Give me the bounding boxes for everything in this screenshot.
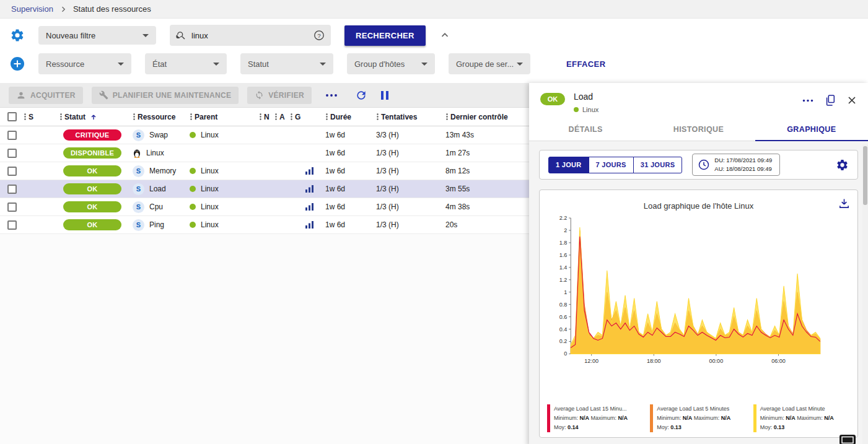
column-header-n[interactable]: N bbox=[259, 113, 274, 121]
add-criteria-button[interactable] bbox=[10, 56, 25, 71]
row-checkbox[interactable] bbox=[7, 167, 17, 176]
graph-cell[interactable] bbox=[305, 203, 325, 211]
scrollbar-thumb[interactable] bbox=[863, 146, 867, 205]
column-header-a[interactable]: A bbox=[274, 113, 290, 121]
column-header-duration[interactable]: Durée bbox=[325, 113, 376, 121]
graph-icon bbox=[305, 167, 313, 175]
table-row[interactable]: OKSMemoryLinux1w 6d1/3 (H)8m 12s bbox=[0, 162, 529, 180]
row-checkbox[interactable] bbox=[7, 202, 17, 212]
filter-preset-select[interactable]: Nouveau filtre bbox=[38, 26, 156, 45]
legend-item[interactable]: Average Load Last MinuteMinimum: N/A Max… bbox=[753, 404, 850, 432]
graph-settings-gear-icon[interactable] bbox=[836, 159, 849, 172]
parent-cell: Linux bbox=[190, 185, 259, 193]
graph-cell[interactable] bbox=[305, 185, 325, 193]
collapse-filters-chevron-up-icon[interactable] bbox=[439, 30, 450, 41]
graph-cell[interactable] bbox=[305, 221, 325, 229]
legend-color-bar bbox=[547, 404, 550, 432]
range-31days-button[interactable]: 31 JOURS bbox=[633, 157, 683, 173]
service-type-icon: S bbox=[133, 129, 144, 141]
help-icon[interactable]: ? bbox=[313, 30, 325, 41]
resource-cell: SPing bbox=[133, 219, 190, 231]
column-header-parent[interactable]: Parent bbox=[190, 113, 259, 121]
range-7days-button[interactable]: 7 JOURS bbox=[589, 157, 634, 173]
table-row[interactable]: CRITIQUESSwapLinux1w 6d3/3 (H)13m 43s bbox=[0, 126, 529, 144]
range-1day-button[interactable]: 1 JOUR bbox=[548, 157, 589, 173]
table-row[interactable]: OKSPingLinux1w 6d1/3 (H)20s bbox=[0, 216, 529, 234]
filter-settings-gear-icon[interactable] bbox=[10, 28, 25, 43]
chevron-down-icon bbox=[421, 63, 427, 66]
date-range-picker[interactable]: DU: 17/08/2021 09:49 AU: 18/08/2021 09:4… bbox=[692, 154, 780, 176]
criteria-status-select[interactable]: Statut bbox=[240, 53, 333, 74]
duration-cell: 1w 6d bbox=[325, 131, 376, 139]
filter-area: Nouveau filtre ? RECHERCHER Ressource Ét… bbox=[0, 19, 868, 83]
check-button[interactable]: VÉRIFIER bbox=[247, 87, 312, 104]
svg-text:0.6: 0.6 bbox=[559, 314, 568, 320]
plan-maintenance-button[interactable]: PLANIFIER UNE MAINTENANCE bbox=[92, 87, 239, 104]
panel-more-button[interactable] bbox=[802, 99, 813, 102]
criteria-resource-select[interactable]: Ressource bbox=[38, 53, 131, 74]
panel-host-name: Linux bbox=[582, 106, 598, 113]
row-checkbox[interactable] bbox=[7, 149, 17, 158]
close-icon bbox=[847, 95, 857, 105]
tab-history[interactable]: HISTORIQUE bbox=[642, 118, 755, 141]
table-row[interactable]: OKSLoadLinux1w 6d1/3 (H)3m 55s bbox=[0, 180, 529, 198]
parent-cell: Linux bbox=[190, 220, 259, 229]
graph-cell[interactable] bbox=[305, 167, 325, 175]
search-input[interactable] bbox=[191, 31, 309, 40]
legend-item[interactable]: Average Load Last 5 MinutesMinimum: N/A … bbox=[650, 404, 747, 432]
row-checkbox[interactable] bbox=[7, 185, 17, 194]
drag-handle-icon bbox=[59, 113, 63, 121]
parent-cell: Linux bbox=[190, 167, 259, 175]
criteria-hostgroup-select[interactable]: Group d'hôtes bbox=[347, 53, 435, 74]
resources-table: S Statut Ressource Parent N A G Durée Te… bbox=[0, 108, 529, 234]
copy-link-button[interactable] bbox=[825, 94, 836, 107]
copy-icon bbox=[825, 94, 836, 107]
resource-cell: SSwap bbox=[133, 129, 190, 141]
resource-detail-panel: OK Load Linux DÉTAILS HISTORIQUE GRAPHIQ… bbox=[529, 83, 868, 444]
panel-tabs: DÉTAILS HISTORIQUE GRAPHIQUE bbox=[529, 118, 868, 141]
svg-text:06:00: 06:00 bbox=[771, 358, 786, 364]
pause-autorefresh-button[interactable] bbox=[380, 90, 390, 101]
last-check-cell: 3m 55s bbox=[445, 185, 529, 193]
clock-icon bbox=[698, 159, 710, 171]
legend-item[interactable]: Average Load Last 15 Minu...Minimum: N/A… bbox=[547, 404, 644, 432]
plus-icon bbox=[10, 56, 25, 71]
search-icon bbox=[176, 30, 186, 41]
legend-min-max: Minimum: N/A Maximum: N/A bbox=[554, 414, 628, 423]
breadcrumb-section[interactable]: Supervision bbox=[11, 4, 53, 14]
tab-details[interactable]: DÉTAILS bbox=[529, 118, 642, 141]
row-checkbox[interactable] bbox=[7, 131, 17, 140]
resource-cell: Linux bbox=[133, 148, 190, 158]
column-header-status[interactable]: Statut bbox=[59, 113, 133, 121]
close-panel-button[interactable] bbox=[847, 95, 857, 105]
svg-text:0.8: 0.8 bbox=[559, 302, 568, 308]
chevron-down-icon bbox=[213, 63, 219, 66]
panel-title: Load bbox=[574, 92, 598, 102]
search-button[interactable]: RECHERCHER bbox=[344, 25, 426, 46]
criteria-state-select[interactable]: État bbox=[145, 53, 227, 74]
refresh-button[interactable] bbox=[355, 89, 367, 102]
column-header-g[interactable]: G bbox=[290, 113, 305, 121]
legend-min-max: Minimum: N/A Maximum: N/A bbox=[657, 414, 730, 423]
export-graph-button[interactable] bbox=[838, 198, 850, 209]
column-header-last-check[interactable]: Dernier contrôle bbox=[445, 113, 529, 121]
row-checkbox[interactable] bbox=[7, 220, 17, 230]
service-type-icon: S bbox=[133, 201, 144, 213]
more-actions-button[interactable] bbox=[325, 94, 338, 97]
clear-filters-button[interactable]: EFFACER bbox=[566, 59, 605, 69]
select-all-checkbox[interactable] bbox=[7, 112, 17, 121]
host-up-dot-icon bbox=[190, 132, 196, 138]
chevron-right-icon bbox=[59, 6, 67, 13]
legend-min-max: Minimum: N/A Maximum: N/A bbox=[760, 414, 834, 423]
drag-handle-icon bbox=[290, 113, 293, 121]
column-header-tries[interactable]: Tentatives bbox=[376, 113, 445, 121]
table-row[interactable]: DISPONIBLELinux1w 6d1/3 (H)1m 27s bbox=[0, 144, 529, 162]
table-row[interactable]: OKSCpuLinux1w 6d1/3 (H)4m 38s bbox=[0, 198, 529, 216]
acknowledge-button[interactable]: ACQUITTER bbox=[9, 87, 83, 104]
tab-graph[interactable]: GRAPHIQUE bbox=[755, 118, 868, 141]
column-header-resource[interactable]: Ressource bbox=[133, 113, 190, 121]
criteria-servicegroup-select[interactable]: Groupe de ser... bbox=[449, 53, 530, 74]
column-header-severity[interactable]: S bbox=[24, 113, 59, 121]
status-badge: DISPONIBLE bbox=[63, 147, 121, 159]
pause-icon bbox=[380, 90, 390, 101]
